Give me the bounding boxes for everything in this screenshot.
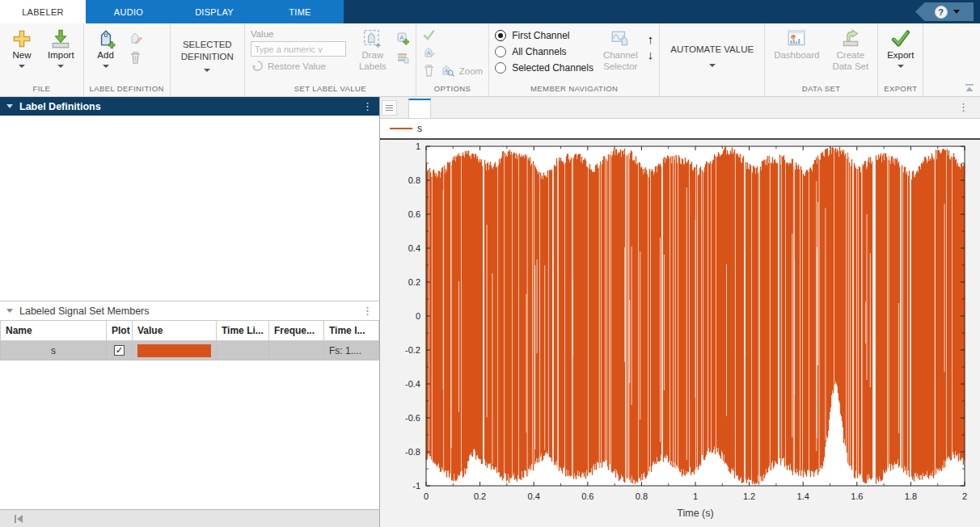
next-member-button[interactable]: ↓ xyxy=(648,48,654,61)
time-info-cell[interactable]: Fs: 1.... xyxy=(324,341,379,360)
active-plot-tab[interactable] xyxy=(408,99,431,118)
edit-label-icon[interactable] xyxy=(129,32,142,45)
panel-menu-icon[interactable]: ⋮ xyxy=(362,101,373,112)
dashboard-icon xyxy=(786,28,807,49)
col-time-limits[interactable]: Time Li... xyxy=(217,321,269,341)
section-selected-definition: SELECTEDDEFINITION xyxy=(171,23,245,96)
svg-text:-0.8: -0.8 xyxy=(405,447,420,457)
svg-text:0.4: 0.4 xyxy=(408,243,420,253)
legend-series-label: s xyxy=(417,123,422,134)
chevron-down-icon xyxy=(898,65,904,68)
restore-value-button[interactable]: Restore Value xyxy=(251,59,349,73)
members-table-header: Name Plot Value Time Li... Freque... Tim… xyxy=(1,321,379,341)
signal-plot[interactable]: 00.20.40.60.811.21.41.61.8210.80.60.40.2… xyxy=(380,140,980,527)
radio-icon xyxy=(495,30,506,41)
radio-selected-channels[interactable]: Selected Channels xyxy=(495,62,593,74)
plot-panel: ⋮ s 00.20.40.60.811.21.41.61.8210.80.60.… xyxy=(380,97,980,527)
chevron-down-icon xyxy=(709,64,716,67)
import-icon xyxy=(50,28,71,49)
toolstrip-tabbar: LABELER AUDIO DISPLAY TIME ? xyxy=(0,0,980,23)
svg-text:-1: -1 xyxy=(412,481,420,491)
channel-radio-group: First Channel All Channels Selected Chan… xyxy=(495,27,593,74)
add-tag-icon xyxy=(95,28,116,49)
plot-menu-icon[interactable]: ⋮ xyxy=(958,101,969,113)
channel-selector-icon xyxy=(610,28,631,49)
collapse-triangle-icon[interactable] xyxy=(6,309,13,313)
plot-checkbox[interactable]: ✓ xyxy=(114,345,125,356)
time-limits-cell[interactable] xyxy=(217,341,269,360)
automate-value-dropdown[interactable]: AUTOMATE VALUE xyxy=(665,27,758,84)
previous-member-button[interactable]: ↑ xyxy=(648,33,654,45)
tabstrip: LABELER AUDIO DISPLAY TIME xyxy=(0,0,344,23)
col-time-info[interactable]: Time I... xyxy=(324,321,379,341)
chevron-down-icon xyxy=(953,10,960,14)
tab-display[interactable]: DISPLAY xyxy=(171,0,257,23)
export-button[interactable]: Export xyxy=(884,27,917,70)
tab-labeler[interactable]: LABELER xyxy=(0,0,86,23)
import-button[interactable]: Import xyxy=(44,27,78,70)
section-label-selected-definition xyxy=(176,84,239,96)
section-file: New Import FILE xyxy=(0,23,84,96)
member-name-cell[interactable]: s xyxy=(1,341,107,360)
legend: s xyxy=(380,119,980,138)
col-value[interactable]: Value xyxy=(133,321,217,341)
skip-to-start-icon[interactable] xyxy=(13,513,24,525)
selected-definition-dropdown[interactable]: SELECTEDDEFINITION xyxy=(176,27,239,84)
plot-list-button[interactable] xyxy=(382,100,397,116)
delete-value-icon[interactable] xyxy=(422,64,436,78)
svg-text:1.4: 1.4 xyxy=(797,491,809,501)
svg-text:1: 1 xyxy=(693,491,698,501)
label-definitions-empty-area xyxy=(0,116,379,301)
draw-labels-button[interactable]: DrawLabels xyxy=(356,27,390,74)
radio-all-channels[interactable]: All Channels xyxy=(495,46,593,57)
frequency-cell[interactable] xyxy=(269,341,324,360)
section-label-set-label-value: SET LABEL VALUE xyxy=(251,84,410,96)
new-button[interactable]: New xyxy=(6,27,38,70)
new-plus-icon xyxy=(11,28,32,49)
svg-text:0.8: 0.8 xyxy=(408,175,420,185)
col-name[interactable]: Name xyxy=(1,321,107,341)
export-check-icon xyxy=(890,28,911,49)
tab-time[interactable]: TIME xyxy=(257,0,343,23)
panel-menu-icon[interactable]: ⋮ xyxy=(362,306,373,316)
dashboard-button[interactable]: Dashboard xyxy=(771,27,822,63)
svg-text:-0.4: -0.4 xyxy=(405,379,420,389)
edit-value-icon[interactable]: A xyxy=(422,46,436,60)
left-panel-bottom-bar xyxy=(0,509,379,527)
create-data-set-button[interactable]: CreateData Set xyxy=(829,27,872,74)
col-plot[interactable]: Plot xyxy=(107,321,133,341)
table-row[interactable]: s ✓ Fs: 1.... xyxy=(1,341,379,360)
svg-text:0.4: 0.4 xyxy=(528,491,540,501)
zoom-labels-icon[interactable]: A xyxy=(441,64,454,78)
label-list-icon[interactable] xyxy=(396,51,410,65)
value-color-bar xyxy=(137,344,211,357)
help-button[interactable]: ? xyxy=(915,2,974,21)
collapse-ribbon-button[interactable] xyxy=(964,83,975,93)
signal-labeler-app: LABELER AUDIO DISPLAY TIME ? New xyxy=(0,0,980,527)
label-value-input[interactable] xyxy=(251,41,346,57)
list-icon xyxy=(386,105,393,111)
add-label-definition-button[interactable]: Add xyxy=(90,27,122,70)
svg-text:1.2: 1.2 xyxy=(743,491,755,501)
collapse-triangle-icon[interactable] xyxy=(6,104,13,108)
members-empty-area xyxy=(0,360,379,509)
value-cell[interactable] xyxy=(133,341,217,360)
tab-audio[interactable]: AUDIO xyxy=(86,0,171,23)
channel-selector-button[interactable]: ChannelSelector xyxy=(600,27,641,74)
section-label-options: OPTIONS xyxy=(422,84,483,96)
plot-cell[interactable]: ✓ xyxy=(107,341,133,360)
svg-text:A: A xyxy=(399,34,404,41)
legend-line-swatch xyxy=(390,128,412,129)
ribbon: New Import FILE Add xyxy=(0,23,980,97)
radio-first-channel[interactable]: First Channel xyxy=(495,30,593,41)
svg-text:1.8: 1.8 xyxy=(905,491,917,501)
accept-icon[interactable] xyxy=(422,28,436,42)
signal-chart-svg[interactable]: 00.20.40.60.811.21.41.61.8210.80.60.40.2… xyxy=(380,140,980,526)
auto-label-add-icon[interactable]: A xyxy=(396,32,410,45)
members-header[interactable]: Labeled Signal Set Members ⋮ xyxy=(0,301,379,321)
col-frequency[interactable]: Freque... xyxy=(269,321,324,341)
delete-icon[interactable] xyxy=(129,51,142,65)
label-definitions-header[interactable]: Label Definitions ⋮ xyxy=(0,97,379,116)
section-label-export: EXPORT xyxy=(884,84,917,96)
svg-text:1: 1 xyxy=(416,141,420,151)
